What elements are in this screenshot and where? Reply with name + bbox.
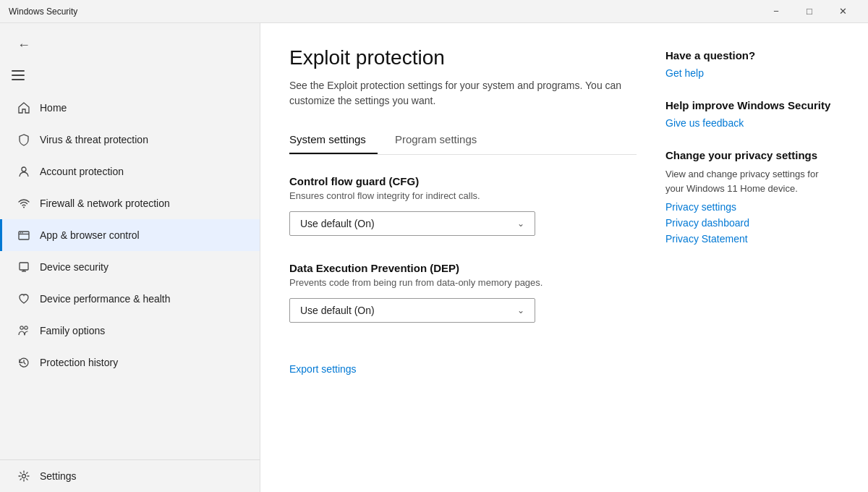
- page-description: See the Exploit protection settings for …: [289, 78, 622, 109]
- sidebar-item-virus-label: Virus & threat protection: [40, 134, 148, 145]
- heart-icon: [17, 292, 31, 306]
- back-button[interactable]: ←: [12, 35, 36, 56]
- cfg-title: Control flow guard (CFG): [289, 175, 637, 187]
- cfg-dropdown-value: Use default (On): [300, 218, 375, 229]
- dep-description: Prevents code from being run from data-o…: [289, 277, 637, 288]
- dep-title: Data Execution Prevention (DEP): [289, 262, 637, 274]
- sidebar-item-app-browser[interactable]: App & browser control: [0, 219, 260, 251]
- tab-program-settings[interactable]: Program settings: [395, 126, 488, 154]
- tab-system-settings[interactable]: System settings: [289, 126, 378, 154]
- sidebar: ← Home Virus & threat protection: [0, 23, 260, 492]
- dep-dropdown[interactable]: Use default (On) ⌄: [289, 298, 535, 323]
- cfg-dropdown[interactable]: Use default (On) ⌄: [289, 211, 535, 236]
- sidebar-item-device-security[interactable]: Device security: [0, 251, 260, 283]
- right-panel: Have a question? Get help Help improve W…: [665, 46, 839, 469]
- maximize-button[interactable]: □: [793, 0, 826, 23]
- browser-icon: [17, 228, 31, 242]
- sidebar-item-family-label: Family options: [40, 325, 105, 336]
- privacy-settings-link[interactable]: Privacy settings: [665, 201, 839, 213]
- cfg-description: Ensures control flow integrity for indir…: [289, 190, 637, 201]
- page-title: Exploit protection: [289, 46, 637, 69]
- sidebar-item-device-security-label: Device security: [40, 261, 109, 273]
- export-settings-link[interactable]: Export settings: [289, 363, 357, 375]
- content-area: Exploit protection See the Exploit prote…: [289, 46, 637, 469]
- privacy-heading: Change your privacy settings: [665, 149, 839, 161]
- gear-icon: [17, 469, 31, 483]
- svg-point-10: [25, 326, 27, 329]
- svg-point-0: [22, 167, 26, 171]
- tabs: System settings Program settings: [289, 126, 637, 155]
- sidebar-top: ←: [0, 29, 260, 62]
- help-section: Have a question? Get help: [665, 49, 839, 79]
- privacy-description: View and change privacy settings for you…: [665, 167, 839, 195]
- hamburger-line-2: [12, 75, 25, 76]
- svg-point-11: [22, 475, 26, 478]
- sidebar-item-home-label: Home: [40, 102, 67, 114]
- help-heading: Have a question?: [665, 49, 839, 62]
- sidebar-item-history-label: Protection history: [40, 357, 118, 368]
- privacy-section: Change your privacy settings View and ch…: [665, 149, 839, 245]
- sidebar-item-device-health[interactable]: Device performance & health: [0, 283, 260, 315]
- setting-cfg: Control flow guard (CFG) Ensures control…: [289, 175, 637, 236]
- get-help-link[interactable]: Get help: [665, 67, 839, 79]
- sidebar-item-settings[interactable]: Settings: [0, 460, 260, 492]
- titlebar: Windows Security − □ ✕: [0, 0, 868, 23]
- improve-heading: Help improve Windows Security: [665, 99, 839, 111]
- hamburger-line-1: [12, 70, 25, 72]
- sidebar-settings-label: Settings: [40, 470, 77, 482]
- sidebar-item-health-label: Device performance & health: [40, 293, 171, 305]
- app-body: ← Home Virus & threat protection: [0, 23, 868, 492]
- close-button[interactable]: ✕: [826, 0, 859, 23]
- sidebar-item-app-label: App & browser control: [40, 229, 140, 241]
- sidebar-item-firewall[interactable]: Firewall & network protection: [0, 187, 260, 219]
- feedback-link[interactable]: Give us feedback: [665, 117, 839, 129]
- sidebar-item-account-label: Account protection: [40, 166, 124, 177]
- app-title: Windows Security: [9, 7, 760, 17]
- main-content: Exploit protection See the Exploit prote…: [260, 23, 868, 492]
- privacy-statement-link[interactable]: Privacy Statement: [665, 233, 839, 245]
- sidebar-item-family[interactable]: Family options: [0, 315, 260, 347]
- home-icon: [17, 101, 31, 115]
- sidebar-item-firewall-label: Firewall & network protection: [40, 198, 170, 209]
- svg-point-4: [20, 232, 22, 234]
- svg-point-1: [23, 207, 25, 208]
- sidebar-item-virus[interactable]: Virus & threat protection: [0, 124, 260, 156]
- improve-section: Help improve Windows Security Give us fe…: [665, 99, 839, 129]
- minimize-button[interactable]: −: [760, 0, 793, 23]
- sidebar-item-history[interactable]: Protection history: [0, 347, 260, 378]
- privacy-dashboard-link[interactable]: Privacy dashboard: [665, 217, 839, 229]
- svg-rect-6: [20, 263, 28, 270]
- sidebar-item-account[interactable]: Account protection: [0, 156, 260, 187]
- family-icon: [17, 323, 31, 338]
- person-icon: [17, 164, 31, 179]
- window-controls: − □ ✕: [760, 0, 859, 23]
- setting-dep: Data Execution Prevention (DEP) Prevents…: [289, 262, 637, 323]
- history-icon: [17, 355, 31, 370]
- shield-icon: [17, 132, 31, 147]
- sidebar-item-home[interactable]: Home: [0, 92, 260, 124]
- dep-dropdown-value: Use default (On): [300, 305, 375, 316]
- sidebar-bottom: Settings: [0, 459, 260, 492]
- hamburger-line-3: [12, 79, 25, 80]
- wifi-icon: [17, 196, 31, 211]
- svg-point-9: [20, 326, 23, 329]
- chevron-down-icon: ⌄: [517, 219, 524, 229]
- hamburger-button[interactable]: [0, 64, 260, 86]
- svg-point-5: [22, 232, 23, 234]
- chevron-down-icon-2: ⌄: [517, 305, 524, 315]
- device-icon: [17, 260, 31, 274]
